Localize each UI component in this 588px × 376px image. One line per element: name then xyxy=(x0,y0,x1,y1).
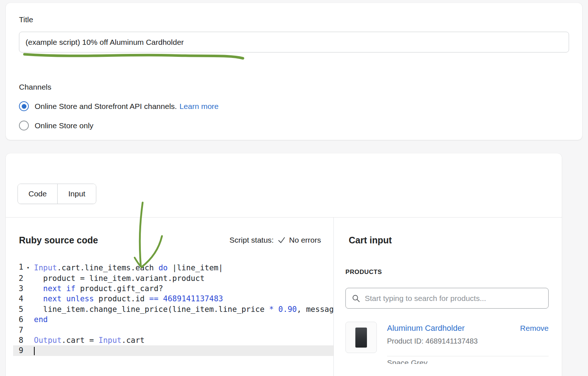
line-number-gutter: 4 xyxy=(13,294,33,303)
fold-spacer xyxy=(23,305,33,314)
code-text: product = line_item.variant.product xyxy=(33,274,333,283)
fold-spacer xyxy=(23,326,33,334)
channel-option-online-store-only[interactable]: Online Store only xyxy=(19,121,569,130)
fold-spacer xyxy=(23,274,33,283)
search-icon xyxy=(352,294,360,303)
line-number-gutter: 8 xyxy=(13,336,33,345)
source-panel-header: Ruby source code Script status: No error… xyxy=(6,218,333,263)
product-search-box[interactable] xyxy=(345,288,549,309)
line-number-gutter: 2 xyxy=(13,274,33,283)
line-number-gutter: 9 xyxy=(13,346,33,355)
editor-tabs: Code Input xyxy=(18,184,96,204)
channel-option-online-store-and-api[interactable]: Online Store and Storefront API channels… xyxy=(19,101,569,111)
fold-spacer xyxy=(23,346,33,355)
channels-heading: Channels xyxy=(19,82,569,92)
tab-input[interactable]: Input xyxy=(57,184,96,204)
source-panel-title: Ruby source code xyxy=(19,235,98,246)
code-line-4[interactable]: 4 next unless product.id == 468914113748… xyxy=(13,294,333,304)
code-text: next if product.gift_card? xyxy=(33,284,333,293)
product-id-text: Product ID: 4689141137483 xyxy=(387,337,549,345)
product-thumbnail xyxy=(345,322,377,353)
variant-name: Space Grey xyxy=(387,359,549,364)
check-icon xyxy=(278,236,286,244)
radio-unselected-icon[interactable] xyxy=(19,121,29,130)
code-text: Output.cart = Input.cart xyxy=(33,336,333,345)
code-text: Input.cart.line_items.each do |line_item… xyxy=(33,263,333,272)
script-details-card: Title Channels Online Store and Storefro… xyxy=(6,3,582,140)
product-name-link[interactable]: Aluminum Cardholder xyxy=(387,324,465,333)
line-number-gutter: 5 xyxy=(13,305,33,314)
code-text xyxy=(33,346,333,355)
script-editor-card: Code Input Ruby source code Script statu… xyxy=(6,153,562,376)
line-number-gutter: 7 xyxy=(13,326,33,334)
code-line-2[interactable]: 2 product = line_item.variant.product xyxy=(13,273,333,283)
text-cursor xyxy=(34,347,35,355)
products-section-label: PRODUCTS xyxy=(345,269,549,276)
remove-product-link[interactable]: Remove xyxy=(520,324,549,333)
title-field-label: Title xyxy=(19,15,569,24)
cardholder-product-image xyxy=(355,328,367,348)
script-status-label: Script status: xyxy=(229,236,274,244)
title-input[interactable] xyxy=(19,32,569,52)
tab-code[interactable]: Code xyxy=(18,184,57,204)
channel-option-label: Online Store and Storefront API channels… xyxy=(35,102,177,111)
line-number-gutter: 6 xyxy=(13,315,33,324)
cart-panel-title: Cart input xyxy=(349,235,392,246)
line-number-gutter: 3 xyxy=(13,284,33,293)
code-line-8[interactable]: 8Output.cart = Input.cart xyxy=(13,335,333,345)
product-info: Aluminum Cardholder Remove Product ID: 4… xyxy=(387,322,549,345)
script-status: Script status: No errors xyxy=(229,236,321,244)
product-search-input[interactable] xyxy=(365,294,542,303)
channel-option-label: Online Store only xyxy=(35,121,93,130)
code-text: end xyxy=(33,315,333,324)
product-list-item: Aluminum Cardholder Remove Product ID: 4… xyxy=(345,322,549,353)
cart-panel-header: Cart input xyxy=(345,218,549,263)
fold-spacer xyxy=(23,315,33,324)
page: Title Channels Online Store and Storefro… xyxy=(0,0,588,376)
code-line-1[interactable]: 1▾Input.cart.line_items.each do |line_it… xyxy=(13,263,333,273)
code-text: next unless product.id == 4689141137483 xyxy=(33,294,333,303)
fold-arrow-icon[interactable]: ▾ xyxy=(23,263,33,273)
variant-divider xyxy=(387,356,549,356)
code-line-7[interactable]: 7 xyxy=(13,325,333,335)
fold-spacer xyxy=(23,284,33,293)
radio-selected-icon[interactable] xyxy=(19,101,29,111)
code-line-9[interactable]: 9 xyxy=(13,345,333,356)
editor-body: Ruby source code Script status: No error… xyxy=(6,217,562,376)
code-line-6[interactable]: 6end xyxy=(13,314,333,325)
source-code-panel: Ruby source code Script status: No error… xyxy=(6,218,333,376)
code-editor[interactable]: 1▾Input.cart.line_items.each do |line_it… xyxy=(13,263,333,356)
code-line-3[interactable]: 3 next if product.gift_card? xyxy=(13,283,333,294)
cart-input-panel: Cart input PRODUCTS Aluminum Cardho xyxy=(333,218,562,376)
fold-spacer xyxy=(23,336,33,345)
variant-row: Space Grey xyxy=(387,359,549,364)
learn-more-link[interactable]: Learn more xyxy=(179,102,218,111)
script-status-value: No errors xyxy=(289,236,321,244)
line-number-gutter: 1▾ xyxy=(13,263,33,273)
code-line-5[interactable]: 5 line_item.change_line_price(line_item.… xyxy=(13,304,333,314)
code-text: line_item.change_line_price(line_item.li… xyxy=(33,305,333,314)
fold-spacer xyxy=(23,294,33,303)
